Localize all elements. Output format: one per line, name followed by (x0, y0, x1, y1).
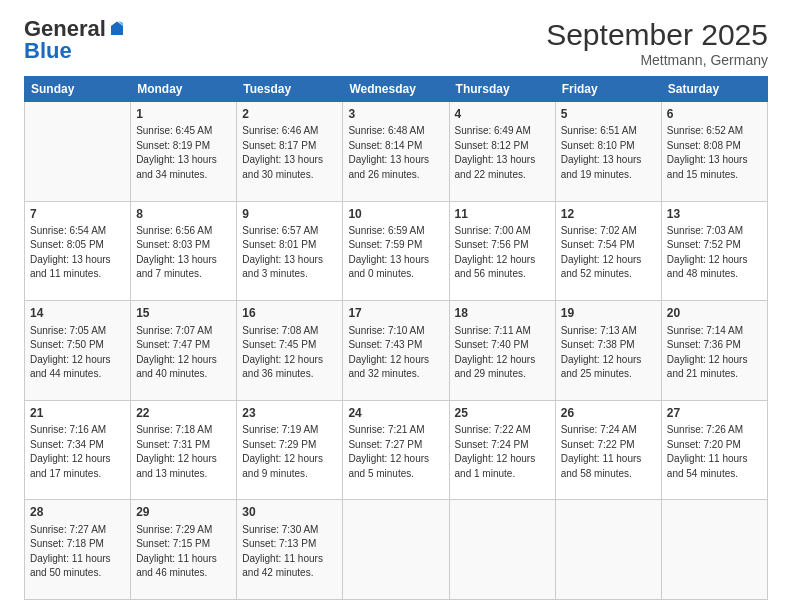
cell-day-number: 8 (136, 206, 231, 223)
cell-day-number: 23 (242, 405, 337, 422)
cell-day-number: 29 (136, 504, 231, 521)
cell-day-number: 2 (242, 106, 337, 123)
day-header-monday: Monday (131, 77, 237, 102)
cell-info: Sunrise: 7:24 AM Sunset: 7:22 PM Dayligh… (561, 423, 656, 481)
cell-info: Sunrise: 7:19 AM Sunset: 7:29 PM Dayligh… (242, 423, 337, 481)
calendar-cell: 16Sunrise: 7:08 AM Sunset: 7:45 PM Dayli… (237, 301, 343, 401)
cell-info: Sunrise: 6:54 AM Sunset: 8:05 PM Dayligh… (30, 224, 125, 282)
cell-info: Sunrise: 7:00 AM Sunset: 7:56 PM Dayligh… (455, 224, 550, 282)
calendar-cell: 25Sunrise: 7:22 AM Sunset: 7:24 PM Dayli… (449, 400, 555, 500)
calendar-cell: 17Sunrise: 7:10 AM Sunset: 7:43 PM Dayli… (343, 301, 449, 401)
header: General Blue September 2025 Mettmann, Ge… (24, 18, 768, 68)
calendar-cell (449, 500, 555, 600)
logo: General Blue (24, 18, 126, 62)
cell-day-number: 13 (667, 206, 762, 223)
calendar-cell: 15Sunrise: 7:07 AM Sunset: 7:47 PM Dayli… (131, 301, 237, 401)
logo-text: General (24, 18, 126, 40)
cell-day-number: 5 (561, 106, 656, 123)
cell-info: Sunrise: 7:26 AM Sunset: 7:20 PM Dayligh… (667, 423, 762, 481)
cell-info: Sunrise: 7:07 AM Sunset: 7:47 PM Dayligh… (136, 324, 231, 382)
page: General Blue September 2025 Mettmann, Ge… (0, 0, 792, 612)
calendar-cell: 22Sunrise: 7:18 AM Sunset: 7:31 PM Dayli… (131, 400, 237, 500)
cell-info: Sunrise: 6:52 AM Sunset: 8:08 PM Dayligh… (667, 124, 762, 182)
calendar-cell (555, 500, 661, 600)
calendar-cell (343, 500, 449, 600)
calendar-cell: 13Sunrise: 7:03 AM Sunset: 7:52 PM Dayli… (661, 201, 767, 301)
cell-info: Sunrise: 7:27 AM Sunset: 7:18 PM Dayligh… (30, 523, 125, 581)
cell-info: Sunrise: 7:16 AM Sunset: 7:34 PM Dayligh… (30, 423, 125, 481)
cell-day-number: 7 (30, 206, 125, 223)
calendar-cell: 5Sunrise: 6:51 AM Sunset: 8:10 PM Daylig… (555, 102, 661, 202)
day-header-wednesday: Wednesday (343, 77, 449, 102)
cell-day-number: 10 (348, 206, 443, 223)
day-header-sunday: Sunday (25, 77, 131, 102)
calendar-row-2: 14Sunrise: 7:05 AM Sunset: 7:50 PM Dayli… (25, 301, 768, 401)
logo-blue: Blue (24, 40, 72, 62)
day-header-row: SundayMondayTuesdayWednesdayThursdayFrid… (25, 77, 768, 102)
cell-day-number: 28 (30, 504, 125, 521)
cell-day-number: 14 (30, 305, 125, 322)
calendar-cell: 20Sunrise: 7:14 AM Sunset: 7:36 PM Dayli… (661, 301, 767, 401)
cell-day-number: 9 (242, 206, 337, 223)
cell-info: Sunrise: 6:46 AM Sunset: 8:17 PM Dayligh… (242, 124, 337, 182)
cell-info: Sunrise: 6:51 AM Sunset: 8:10 PM Dayligh… (561, 124, 656, 182)
cell-day-number: 19 (561, 305, 656, 322)
logo-blue-text: Blue (24, 40, 72, 62)
calendar-cell: 23Sunrise: 7:19 AM Sunset: 7:29 PM Dayli… (237, 400, 343, 500)
calendar-cell: 1Sunrise: 6:45 AM Sunset: 8:19 PM Daylig… (131, 102, 237, 202)
logo-general: General (24, 18, 106, 40)
calendar-row-1: 7Sunrise: 6:54 AM Sunset: 8:05 PM Daylig… (25, 201, 768, 301)
title-block: September 2025 Mettmann, Germany (546, 18, 768, 68)
day-header-thursday: Thursday (449, 77, 555, 102)
calendar-cell: 14Sunrise: 7:05 AM Sunset: 7:50 PM Dayli… (25, 301, 131, 401)
day-header-tuesday: Tuesday (237, 77, 343, 102)
cell-day-number: 16 (242, 305, 337, 322)
calendar-cell: 27Sunrise: 7:26 AM Sunset: 7:20 PM Dayli… (661, 400, 767, 500)
calendar-cell: 4Sunrise: 6:49 AM Sunset: 8:12 PM Daylig… (449, 102, 555, 202)
location-subtitle: Mettmann, Germany (546, 52, 768, 68)
cell-day-number: 12 (561, 206, 656, 223)
cell-day-number: 20 (667, 305, 762, 322)
cell-info: Sunrise: 6:59 AM Sunset: 7:59 PM Dayligh… (348, 224, 443, 282)
cell-info: Sunrise: 7:30 AM Sunset: 7:13 PM Dayligh… (242, 523, 337, 581)
cell-day-number: 30 (242, 504, 337, 521)
calendar-row-0: 1Sunrise: 6:45 AM Sunset: 8:19 PM Daylig… (25, 102, 768, 202)
cell-day-number: 22 (136, 405, 231, 422)
calendar-cell: 26Sunrise: 7:24 AM Sunset: 7:22 PM Dayli… (555, 400, 661, 500)
calendar-cell: 24Sunrise: 7:21 AM Sunset: 7:27 PM Dayli… (343, 400, 449, 500)
calendar-cell: 19Sunrise: 7:13 AM Sunset: 7:38 PM Dayli… (555, 301, 661, 401)
cell-day-number: 3 (348, 106, 443, 123)
cell-info: Sunrise: 6:45 AM Sunset: 8:19 PM Dayligh… (136, 124, 231, 182)
logo-icon (108, 20, 126, 38)
cell-day-number: 25 (455, 405, 550, 422)
cell-info: Sunrise: 7:13 AM Sunset: 7:38 PM Dayligh… (561, 324, 656, 382)
calendar-cell: 6Sunrise: 6:52 AM Sunset: 8:08 PM Daylig… (661, 102, 767, 202)
calendar-cell: 11Sunrise: 7:00 AM Sunset: 7:56 PM Dayli… (449, 201, 555, 301)
calendar-cell: 3Sunrise: 6:48 AM Sunset: 8:14 PM Daylig… (343, 102, 449, 202)
calendar-cell: 28Sunrise: 7:27 AM Sunset: 7:18 PM Dayli… (25, 500, 131, 600)
calendar-cell: 30Sunrise: 7:30 AM Sunset: 7:13 PM Dayli… (237, 500, 343, 600)
calendar-cell: 7Sunrise: 6:54 AM Sunset: 8:05 PM Daylig… (25, 201, 131, 301)
cell-day-number: 15 (136, 305, 231, 322)
cell-day-number: 6 (667, 106, 762, 123)
calendar-cell (661, 500, 767, 600)
cell-day-number: 26 (561, 405, 656, 422)
cell-info: Sunrise: 7:10 AM Sunset: 7:43 PM Dayligh… (348, 324, 443, 382)
cell-info: Sunrise: 7:11 AM Sunset: 7:40 PM Dayligh… (455, 324, 550, 382)
cell-day-number: 4 (455, 106, 550, 123)
cell-info: Sunrise: 6:49 AM Sunset: 8:12 PM Dayligh… (455, 124, 550, 182)
calendar-header: SundayMondayTuesdayWednesdayThursdayFrid… (25, 77, 768, 102)
cell-day-number: 18 (455, 305, 550, 322)
cell-day-number: 27 (667, 405, 762, 422)
calendar-cell: 21Sunrise: 7:16 AM Sunset: 7:34 PM Dayli… (25, 400, 131, 500)
cell-info: Sunrise: 7:14 AM Sunset: 7:36 PM Dayligh… (667, 324, 762, 382)
cell-day-number: 11 (455, 206, 550, 223)
calendar-cell: 2Sunrise: 6:46 AM Sunset: 8:17 PM Daylig… (237, 102, 343, 202)
cell-day-number: 17 (348, 305, 443, 322)
calendar-cell: 29Sunrise: 7:29 AM Sunset: 7:15 PM Dayli… (131, 500, 237, 600)
day-header-saturday: Saturday (661, 77, 767, 102)
cell-info: Sunrise: 7:22 AM Sunset: 7:24 PM Dayligh… (455, 423, 550, 481)
calendar-body: 1Sunrise: 6:45 AM Sunset: 8:19 PM Daylig… (25, 102, 768, 600)
calendar-row-4: 28Sunrise: 7:27 AM Sunset: 7:18 PM Dayli… (25, 500, 768, 600)
cell-info: Sunrise: 7:05 AM Sunset: 7:50 PM Dayligh… (30, 324, 125, 382)
